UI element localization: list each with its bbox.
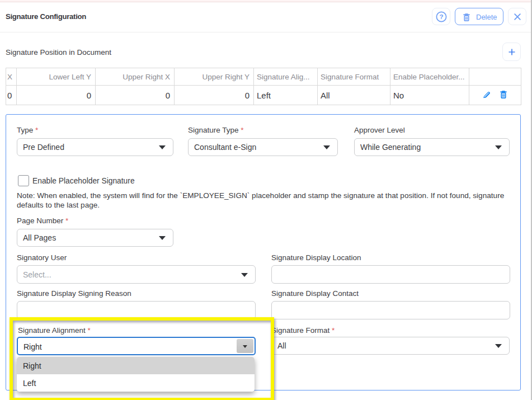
svg-text:?: ? bbox=[439, 13, 443, 20]
